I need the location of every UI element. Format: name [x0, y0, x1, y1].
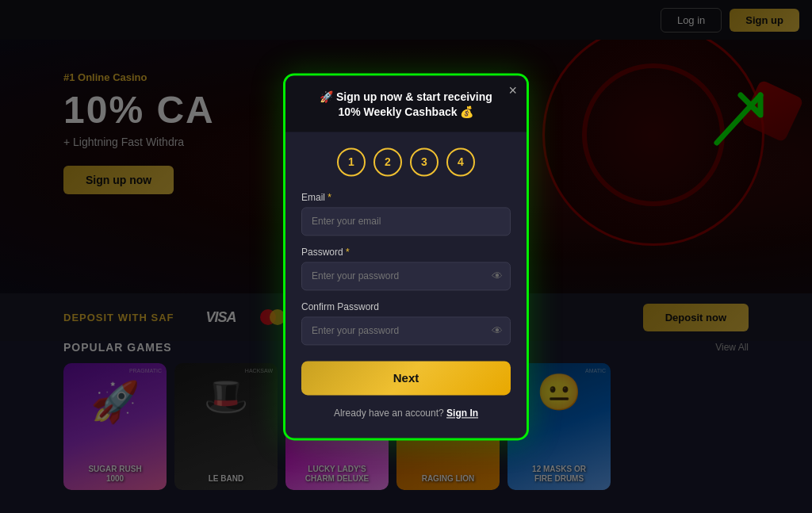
- email-input[interactable]: [301, 207, 511, 235]
- step-3: 3: [410, 147, 439, 176]
- email-field-group: Email *: [301, 192, 511, 235]
- step-1: 1: [337, 147, 366, 176]
- password-input[interactable]: [301, 262, 511, 290]
- step-2: 2: [373, 147, 402, 176]
- email-input-wrap: [301, 207, 511, 235]
- next-button[interactable]: Next: [301, 361, 511, 395]
- password-label: Password *: [301, 247, 511, 258]
- password-input-wrap: 👁: [301, 262, 511, 290]
- step-4: 4: [446, 147, 475, 176]
- signup-modal: 🚀 Sign up now & start receiving 10% Week…: [283, 73, 529, 440]
- signin-link[interactable]: Sign In: [446, 408, 478, 419]
- signin-text: Already have an account? Sign In: [301, 408, 511, 419]
- modal-header-title: 🚀 Sign up now & start receiving 10% Week…: [301, 90, 511, 121]
- modal-close-button[interactable]: ×: [508, 83, 517, 98]
- confirm-password-input[interactable]: [301, 316, 511, 345]
- email-label: Email *: [301, 192, 511, 203]
- modal-header: 🚀 Sign up now & start receiving 10% Week…: [285, 75, 527, 132]
- password-field-group: Password * 👁: [301, 247, 511, 290]
- confirm-password-field-group: Confirm Password 👁: [301, 301, 511, 345]
- steps-row: 1 2 3 4: [301, 147, 511, 176]
- confirm-password-label: Confirm Password: [301, 301, 511, 312]
- confirm-eye-icon[interactable]: 👁: [492, 324, 503, 337]
- modal-body: 1 2 3 4 Email * Password * 👁: [285, 132, 527, 438]
- confirm-password-input-wrap: 👁: [301, 316, 511, 345]
- password-eye-icon[interactable]: 👁: [492, 270, 503, 282]
